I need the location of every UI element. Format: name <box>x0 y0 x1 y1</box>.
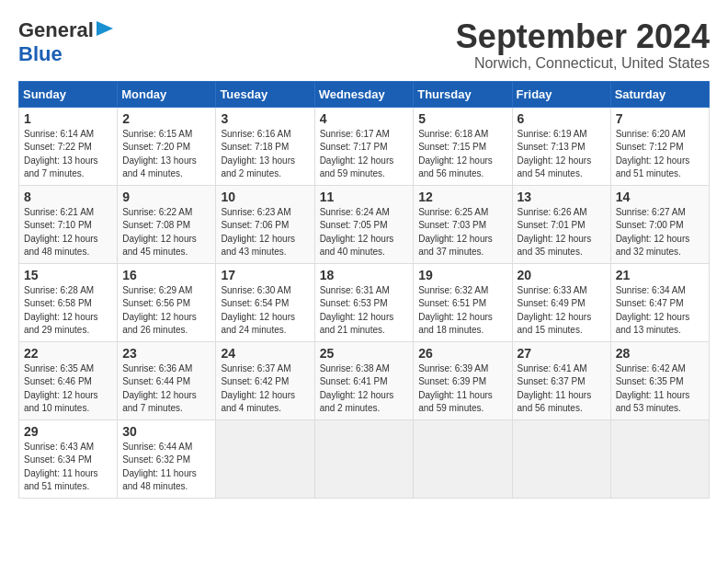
day-info: Sunrise: 6:16 AM Sunset: 7:18 PM Dayligh… <box>221 128 309 181</box>
logo-text-general: General <box>18 18 94 42</box>
day-number: 28 <box>616 346 704 361</box>
calendar-cell: 18Sunrise: 6:31 AM Sunset: 6:53 PM Dayli… <box>314 263 414 341</box>
calendar-subtitle: Norwich, Connecticut, United States <box>456 55 710 72</box>
day-number: 7 <box>616 111 704 126</box>
calendar-cell: 30Sunrise: 6:44 AM Sunset: 6:32 PM Dayli… <box>118 419 216 498</box>
day-info: Sunrise: 6:21 AM Sunset: 7:10 PM Dayligh… <box>24 206 112 259</box>
calendar-cell <box>610 419 709 498</box>
calendar-cell: 12Sunrise: 6:25 AM Sunset: 7:03 PM Dayli… <box>414 185 512 263</box>
calendar-cell: 7Sunrise: 6:20 AM Sunset: 7:12 PM Daylig… <box>610 107 709 185</box>
day-number: 29 <box>24 424 112 439</box>
calendar-cell: 14Sunrise: 6:27 AM Sunset: 7:00 PM Dayli… <box>610 185 709 263</box>
day-number: 15 <box>24 268 112 282</box>
svg-marker-0 <box>97 21 113 36</box>
day-info: Sunrise: 6:31 AM Sunset: 6:53 PM Dayligh… <box>320 284 409 338</box>
calendar-cell: 17Sunrise: 6:30 AM Sunset: 6:54 PM Dayli… <box>216 263 314 341</box>
day-number: 17 <box>221 268 309 282</box>
title-block: September 2024 Norwich, Connecticut, Uni… <box>456 18 710 72</box>
calendar-cell: 15Sunrise: 6:28 AM Sunset: 6:58 PM Dayli… <box>19 263 118 341</box>
day-info: Sunrise: 6:30 AM Sunset: 6:54 PM Dayligh… <box>221 284 309 338</box>
page-header: General Blue September 2024 Norwich, Con… <box>18 18 710 72</box>
calendar-cell: 2Sunrise: 6:15 AM Sunset: 7:20 PM Daylig… <box>118 107 216 185</box>
day-number: 24 <box>221 346 309 361</box>
day-info: Sunrise: 6:27 AM Sunset: 7:00 PM Dayligh… <box>616 206 704 259</box>
day-number: 27 <box>518 346 606 361</box>
calendar-cell: 25Sunrise: 6:38 AM Sunset: 6:41 PM Dayli… <box>314 341 414 419</box>
day-info: Sunrise: 6:36 AM Sunset: 6:44 PM Dayligh… <box>122 362 210 416</box>
day-info: Sunrise: 6:18 AM Sunset: 7:15 PM Dayligh… <box>418 128 506 181</box>
day-info: Sunrise: 6:44 AM Sunset: 6:32 PM Dayligh… <box>122 441 210 494</box>
day-info: Sunrise: 6:29 AM Sunset: 6:56 PM Dayligh… <box>122 284 210 338</box>
day-number: 22 <box>24 346 112 361</box>
calendar-cell: 5Sunrise: 6:18 AM Sunset: 7:15 PM Daylig… <box>414 107 512 185</box>
header-tuesday: Tuesday <box>216 81 314 107</box>
day-number: 2 <box>122 111 210 126</box>
day-info: Sunrise: 6:38 AM Sunset: 6:41 PM Dayligh… <box>320 362 409 416</box>
header-friday: Friday <box>512 81 610 107</box>
day-info: Sunrise: 6:39 AM Sunset: 6:39 PM Dayligh… <box>418 362 506 416</box>
calendar-cell: 26Sunrise: 6:39 AM Sunset: 6:39 PM Dayli… <box>414 341 512 419</box>
header-saturday: Saturday <box>610 81 709 107</box>
calendar-cell: 6Sunrise: 6:19 AM Sunset: 7:13 PM Daylig… <box>512 107 610 185</box>
day-number: 9 <box>122 190 210 204</box>
header-wednesday: Wednesday <box>314 81 414 107</box>
calendar-week-2: 8Sunrise: 6:21 AM Sunset: 7:10 PM Daylig… <box>19 185 710 263</box>
calendar-cell: 11Sunrise: 6:24 AM Sunset: 7:05 PM Dayli… <box>314 185 414 263</box>
day-number: 5 <box>418 111 506 126</box>
calendar-header-row: SundayMondayTuesdayWednesdayThursdayFrid… <box>19 81 710 107</box>
calendar-cell: 27Sunrise: 6:41 AM Sunset: 6:37 PM Dayli… <box>512 341 610 419</box>
calendar-cell: 24Sunrise: 6:37 AM Sunset: 6:42 PM Dayli… <box>216 341 314 419</box>
calendar-week-1: 1Sunrise: 6:14 AM Sunset: 7:22 PM Daylig… <box>19 107 710 185</box>
day-number: 12 <box>418 190 506 204</box>
day-info: Sunrise: 6:24 AM Sunset: 7:05 PM Dayligh… <box>320 206 409 259</box>
day-info: Sunrise: 6:15 AM Sunset: 7:20 PM Dayligh… <box>122 128 210 181</box>
day-number: 19 <box>418 268 506 282</box>
day-info: Sunrise: 6:34 AM Sunset: 6:47 PM Dayligh… <box>616 284 704 338</box>
day-number: 30 <box>122 424 210 439</box>
day-info: Sunrise: 6:37 AM Sunset: 6:42 PM Dayligh… <box>221 362 309 416</box>
day-info: Sunrise: 6:33 AM Sunset: 6:49 PM Dayligh… <box>518 284 606 338</box>
calendar-cell: 1Sunrise: 6:14 AM Sunset: 7:22 PM Daylig… <box>19 107 118 185</box>
day-info: Sunrise: 6:41 AM Sunset: 6:37 PM Dayligh… <box>518 362 606 416</box>
calendar-week-4: 22Sunrise: 6:35 AM Sunset: 6:46 PM Dayli… <box>19 341 710 419</box>
day-info: Sunrise: 6:28 AM Sunset: 6:58 PM Dayligh… <box>24 284 112 338</box>
day-info: Sunrise: 6:20 AM Sunset: 7:12 PM Dayligh… <box>616 128 704 181</box>
calendar-week-3: 15Sunrise: 6:28 AM Sunset: 6:58 PM Dayli… <box>19 263 710 341</box>
calendar-cell: 4Sunrise: 6:17 AM Sunset: 7:17 PM Daylig… <box>314 107 414 185</box>
day-info: Sunrise: 6:23 AM Sunset: 7:06 PM Dayligh… <box>221 206 309 259</box>
day-number: 3 <box>221 111 309 126</box>
logo-arrow-icon <box>97 19 115 41</box>
calendar-week-5: 29Sunrise: 6:43 AM Sunset: 6:34 PM Dayli… <box>19 419 710 498</box>
day-info: Sunrise: 6:25 AM Sunset: 7:03 PM Dayligh… <box>418 206 506 259</box>
day-info: Sunrise: 6:19 AM Sunset: 7:13 PM Dayligh… <box>518 128 606 181</box>
calendar-cell: 19Sunrise: 6:32 AM Sunset: 6:51 PM Dayli… <box>414 263 512 341</box>
calendar-cell: 29Sunrise: 6:43 AM Sunset: 6:34 PM Dayli… <box>19 419 118 498</box>
calendar-cell <box>314 419 414 498</box>
calendar-cell: 20Sunrise: 6:33 AM Sunset: 6:49 PM Dayli… <box>512 263 610 341</box>
calendar-cell <box>414 419 512 498</box>
calendar-cell: 9Sunrise: 6:22 AM Sunset: 7:08 PM Daylig… <box>118 185 216 263</box>
day-number: 8 <box>24 190 112 204</box>
day-number: 10 <box>221 190 309 204</box>
day-info: Sunrise: 6:14 AM Sunset: 7:22 PM Dayligh… <box>24 128 112 181</box>
calendar-table: SundayMondayTuesdayWednesdayThursdayFrid… <box>18 81 710 499</box>
day-info: Sunrise: 6:42 AM Sunset: 6:35 PM Dayligh… <box>616 362 704 416</box>
header-monday: Monday <box>118 81 216 107</box>
day-number: 18 <box>320 268 409 282</box>
day-info: Sunrise: 6:35 AM Sunset: 6:46 PM Dayligh… <box>24 362 112 416</box>
header-thursday: Thursday <box>414 81 512 107</box>
calendar-cell: 21Sunrise: 6:34 AM Sunset: 6:47 PM Dayli… <box>610 263 709 341</box>
calendar-cell: 22Sunrise: 6:35 AM Sunset: 6:46 PM Dayli… <box>19 341 118 419</box>
day-number: 20 <box>518 268 606 282</box>
day-number: 1 <box>24 111 112 126</box>
day-number: 14 <box>616 190 704 204</box>
calendar-cell: 10Sunrise: 6:23 AM Sunset: 7:06 PM Dayli… <box>216 185 314 263</box>
calendar-cell: 13Sunrise: 6:26 AM Sunset: 7:01 PM Dayli… <box>512 185 610 263</box>
header-sunday: Sunday <box>19 81 118 107</box>
calendar-cell <box>216 419 314 498</box>
day-number: 25 <box>320 346 409 361</box>
day-number: 4 <box>320 111 409 126</box>
day-number: 23 <box>122 346 210 361</box>
day-number: 21 <box>616 268 704 282</box>
logo: General Blue <box>18 18 115 66</box>
